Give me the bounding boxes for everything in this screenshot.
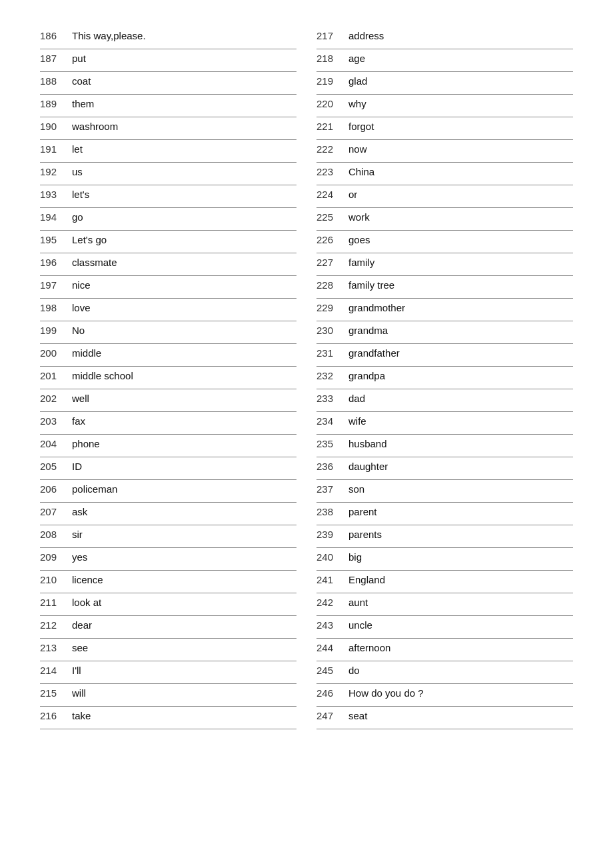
- vocab-word: licence: [72, 574, 297, 585]
- vocab-item: 228family tree: [316, 276, 573, 299]
- vocab-item: 207ask: [40, 503, 297, 525]
- vocab-word: look at: [72, 597, 297, 608]
- vocab-item: 199No: [40, 321, 297, 344]
- vocab-item: 226goes: [316, 231, 573, 253]
- vocab-word: middle school: [72, 370, 297, 381]
- vocab-number: 198: [40, 302, 72, 313]
- vocab-item: 241England: [316, 571, 573, 593]
- vocab-item: 231grandfather: [316, 344, 573, 367]
- vocab-number: 189: [40, 98, 72, 109]
- vocab-number: 238: [316, 506, 348, 517]
- vocab-word: daughter: [348, 461, 573, 472]
- vocab-number: 229: [316, 302, 348, 313]
- vocab-word: family: [348, 257, 573, 268]
- vocab-number: 220: [316, 98, 348, 109]
- vocab-number: 228: [316, 279, 348, 291]
- vocab-number: 210: [40, 574, 72, 585]
- vocab-number: 187: [40, 53, 72, 64]
- vocab-item: 229grandmother: [316, 299, 573, 321]
- vocab-item: 188coat: [40, 72, 297, 95]
- vocab-columns: 186This way,please.187put188coat189them1…: [40, 27, 573, 729]
- vocab-word: son: [348, 483, 573, 495]
- vocab-word: washroom: [72, 121, 297, 132]
- vocab-number: 196: [40, 257, 72, 268]
- vocab-number: 242: [316, 597, 348, 608]
- vocab-item: 195Let's go: [40, 231, 297, 253]
- vocab-number: 235: [316, 438, 348, 449]
- vocab-number: 217: [316, 30, 348, 41]
- vocab-number: 212: [40, 619, 72, 631]
- vocab-word: nice: [72, 279, 297, 291]
- left-column: 186This way,please.187put188coat189them1…: [40, 27, 297, 729]
- vocab-number: 197: [40, 279, 72, 291]
- vocab-item: 202well: [40, 389, 297, 412]
- vocab-number: 204: [40, 438, 72, 449]
- vocab-item: 219glad: [316, 72, 573, 95]
- vocab-word: parent: [348, 506, 573, 517]
- vocab-item: 203fax: [40, 412, 297, 435]
- vocab-number: 216: [40, 710, 72, 721]
- vocab-item: 240big: [316, 548, 573, 571]
- vocab-word: phone: [72, 438, 297, 449]
- vocab-word: us: [72, 166, 297, 177]
- vocab-word: put: [72, 53, 297, 64]
- vocab-item: 243uncle: [316, 616, 573, 639]
- vocab-item: 194go: [40, 208, 297, 231]
- vocab-number: 195: [40, 234, 72, 245]
- vocab-item: 237son: [316, 480, 573, 503]
- vocab-word: grandpa: [348, 370, 573, 381]
- vocab-item: 246How do you do ?: [316, 684, 573, 707]
- vocab-number: 223: [316, 166, 348, 177]
- vocab-word: grandfather: [348, 347, 573, 359]
- vocab-number: 224: [316, 189, 348, 200]
- vocab-word: age: [348, 53, 573, 64]
- vocab-word: let's: [72, 189, 297, 200]
- vocab-word: love: [72, 302, 297, 313]
- vocab-number: 222: [316, 143, 348, 155]
- vocab-item: 238parent: [316, 503, 573, 525]
- vocab-number: 215: [40, 687, 72, 699]
- vocab-word: Let's go: [72, 234, 297, 245]
- vocab-number: 241: [316, 574, 348, 585]
- vocab-item: 222now: [316, 140, 573, 163]
- vocab-number: 230: [316, 325, 348, 336]
- vocab-item: 214I'll: [40, 661, 297, 684]
- vocab-item: 247seat: [316, 707, 573, 729]
- vocab-word: big: [348, 551, 573, 563]
- vocab-item: 198love: [40, 299, 297, 321]
- vocab-number: 199: [40, 325, 72, 336]
- vocab-word: coat: [72, 75, 297, 87]
- vocab-word: see: [72, 642, 297, 653]
- vocab-word: or: [348, 189, 573, 200]
- vocab-word: middle: [72, 347, 297, 359]
- vocab-item: 186This way,please.: [40, 27, 297, 49]
- right-column: 217address218age219glad220why221forgot22…: [316, 27, 573, 729]
- vocab-item: 213see: [40, 639, 297, 661]
- vocab-item: 191let: [40, 140, 297, 163]
- vocab-number: 207: [40, 506, 72, 517]
- vocab-number: 240: [316, 551, 348, 563]
- vocab-item: 223China: [316, 163, 573, 185]
- vocab-word: I'll: [72, 665, 297, 676]
- vocab-number: 203: [40, 415, 72, 427]
- vocab-word: goes: [348, 234, 573, 245]
- vocab-number: 205: [40, 461, 72, 472]
- vocab-number: 214: [40, 665, 72, 676]
- vocab-number: 219: [316, 75, 348, 87]
- vocab-word: glad: [348, 75, 573, 87]
- vocab-number: 234: [316, 415, 348, 427]
- vocab-number: 200: [40, 347, 72, 359]
- vocab-word: now: [348, 143, 573, 155]
- vocab-word: husband: [348, 438, 573, 449]
- vocab-word: go: [72, 211, 297, 223]
- vocab-item: 221forgot: [316, 117, 573, 140]
- vocab-item: 212dear: [40, 616, 297, 639]
- vocab-item: 224or: [316, 185, 573, 208]
- vocab-word: family tree: [348, 279, 573, 291]
- vocab-number: 202: [40, 393, 72, 404]
- vocab-word: do: [348, 665, 573, 676]
- vocab-word: well: [72, 393, 297, 404]
- vocab-item: 227family: [316, 253, 573, 276]
- vocab-word: China: [348, 166, 573, 177]
- vocab-item: 193let's: [40, 185, 297, 208]
